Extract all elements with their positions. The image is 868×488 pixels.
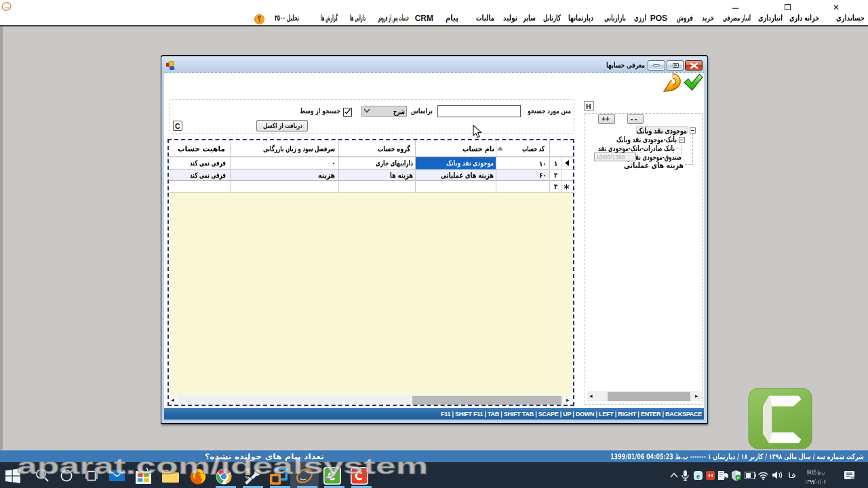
svg-text:e: e [696,472,700,480]
svg-text:؟: ؟ [258,16,261,23]
